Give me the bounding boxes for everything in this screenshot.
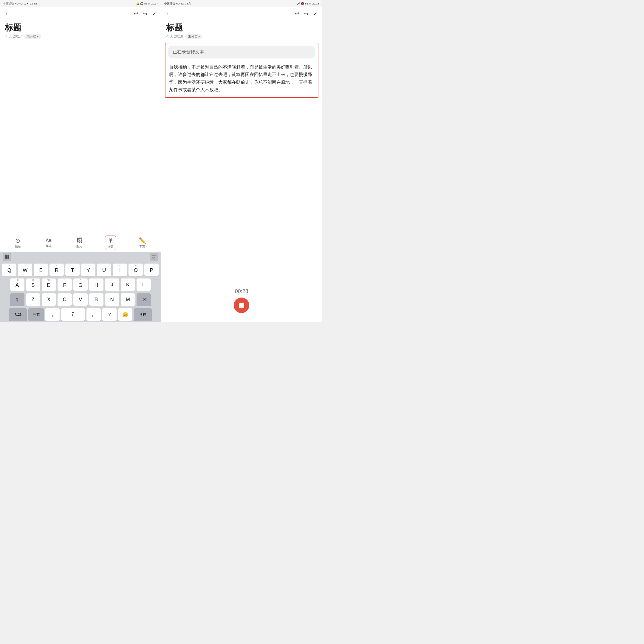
undo-button-left[interactable]: ↩ — [134, 10, 138, 17]
key-num-switch[interactable]: ?123 — [9, 308, 27, 321]
left-note-date: 今天 20:17 — [5, 34, 22, 39]
image-label: 图片 — [76, 244, 82, 249]
key-I[interactable]: 8I — [113, 264, 127, 276]
chevron-down-icon: ▾ — [37, 35, 39, 38]
key-K[interactable]: K — [121, 278, 135, 291]
right-note-header: 标题 今天 20:18 未分类 ▾ — [161, 20, 322, 40]
right-category-badge[interactable]: 未分类 ▾ — [185, 34, 202, 39]
key-G[interactable]: ()G — [73, 278, 88, 291]
key-period[interactable]: 。 — [86, 308, 101, 321]
svg-rect-4 — [152, 256, 156, 256]
image-tool[interactable]: 🖼 图片 — [74, 236, 85, 250]
left-toolbar: ← ↩ ↪ ✓ — [0, 7, 161, 20]
svg-rect-1 — [7, 255, 9, 257]
key-E[interactable]: 3E — [34, 264, 48, 276]
key-V[interactable]: V — [73, 293, 88, 306]
key-F[interactable]: *(F — [58, 278, 72, 291]
right-note-date: 今天 20:18 — [166, 34, 183, 39]
left-category-badge[interactable]: 未分类 ▾ — [24, 34, 41, 39]
left-note-content[interactable] — [0, 40, 161, 234]
key-Z[interactable]: Z — [26, 293, 40, 306]
keyboard-toolbar-left — [3, 253, 11, 261]
back-button-right[interactable]: ← — [166, 11, 171, 17]
right-toolbar-center: ↩ ↪ ✓ — [295, 10, 317, 17]
recording-stop-button[interactable] — [234, 298, 249, 313]
confirm-button-right[interactable]: ✓ — [313, 11, 317, 17]
key-L[interactable]: L — [137, 278, 151, 291]
checklist-label: 清单 — [15, 245, 21, 249]
style-tool[interactable]: A≡ 样式 — [43, 237, 54, 249]
checklist-tool[interactable]: ⊙ 清单 — [13, 236, 23, 250]
key-R[interactable]: 4R — [49, 264, 64, 276]
right-note-meta: 今天 20:18 未分类 ▾ — [166, 34, 318, 39]
key-comma[interactable]: ， — [45, 308, 60, 321]
right-carrier: 中国移动 HD 4G 0 K/s — [164, 2, 191, 6]
key-emoji[interactable]: 😊 — [118, 308, 132, 321]
recording-status-bubble: 正在录音转文本... — [168, 46, 316, 58]
back-button-left[interactable]: ← — [5, 11, 10, 17]
left-carrier: 中国移动 HD 4G ▲▼ 92 B/s — [3, 2, 38, 6]
left-status-bar: 中国移动 HD 4G ▲▼ 92 B/s 🔔 🎧 55 % 20:17 — [0, 0, 161, 7]
left-note-meta: 今天 20:17 未分类 ▾ — [5, 34, 156, 39]
key-O[interactable]: 9O — [129, 264, 143, 276]
left-toolbar-left: ← — [5, 11, 10, 17]
key-B[interactable]: B — [89, 293, 103, 306]
key-N[interactable]: N — [105, 293, 119, 306]
right-note-title[interactable]: 标题 — [166, 23, 318, 33]
key-lang-switch[interactable]: 中/英 — [28, 308, 44, 321]
key-Q[interactable]: 1Q — [2, 264, 16, 276]
handwrite-tool[interactable]: ✏️ 手写 — [136, 236, 148, 250]
redo-button-right[interactable]: ↪ — [304, 10, 309, 17]
image-icon: 🖼 — [76, 237, 82, 244]
style-label: 样式 — [46, 244, 52, 248]
left-panel: 中国移动 HD 4G ▲▼ 92 B/s 🔔 🎧 55 % 20:17 ← ↩ … — [0, 0, 161, 322]
keyboard-row-toolbar — [0, 252, 161, 262]
key-backspace[interactable]: ⌫ — [137, 293, 151, 306]
key-question[interactable]: ？ — [102, 308, 117, 321]
right-status-bar: 中国移动 HD 4G 0 K/s 🎤 🔇 55 % 20:18 — [161, 0, 322, 7]
svg-rect-2 — [5, 257, 7, 259]
key-mic-bottom[interactable]: 🎙 — [61, 308, 85, 321]
keyboard-row-2: ~@A #$S %&D *(F ()G H J K L — [0, 277, 161, 292]
key-S[interactable]: #$S — [26, 278, 40, 291]
keyboard-row-3: ⇧ Z X C V B N M ⌫ — [0, 292, 161, 307]
undo-button-right[interactable]: ↩ — [295, 10, 299, 17]
keyboard-grid-icon[interactable] — [3, 253, 11, 261]
right-panel: 中国移动 HD 4G 0 K/s 🎤 🔇 55 % 20:18 ← ↩ ↪ ✓ — [161, 0, 322, 322]
key-X[interactable]: X — [42, 293, 56, 306]
keyboard-collapse-icon[interactable] — [150, 253, 158, 261]
key-C[interactable]: C — [58, 293, 72, 306]
keyboard: 1Q 2W 3E 4R 5T 6Y 7U 8I 9O 0P ~@A #$S %&… — [0, 262, 161, 322]
recording-controls: 00:28 — [161, 100, 322, 322]
transcript-text: 自我接纳，不是被对自己的不满驱赶着，而是被生活的美好吸引着。所以啊，许多过去的都… — [168, 62, 316, 95]
style-icon: A≡ — [46, 238, 52, 243]
svg-rect-3 — [7, 257, 9, 259]
key-T[interactable]: 5T — [65, 264, 80, 276]
right-time: 🎤 🔇 55 % 20:18 — [297, 2, 319, 5]
key-enter[interactable]: 换行 — [134, 308, 152, 321]
confirm-button-left[interactable]: ✓ — [152, 11, 156, 17]
key-W[interactable]: 2W — [18, 264, 32, 276]
key-D[interactable]: %&D — [42, 278, 56, 291]
key-P[interactable]: 0P — [144, 264, 159, 276]
key-H[interactable]: H — [89, 278, 103, 291]
key-Y[interactable]: 6Y — [81, 264, 95, 276]
stop-icon — [239, 303, 244, 308]
key-M[interactable]: M — [121, 293, 135, 306]
key-shift[interactable]: ⇧ — [10, 293, 24, 306]
redo-button-left[interactable]: ↪ — [143, 10, 148, 17]
recording-status-text: 正在录音转文本... — [173, 49, 208, 54]
left-note-title[interactable]: 标题 — [5, 23, 156, 33]
checklist-icon: ⊙ — [15, 237, 20, 244]
left-time: 🔔 🎧 55 % 20:17 — [136, 2, 158, 5]
keyboard-row-4: ?123 中/英 ， 🎙 。 ？ 😊 换行 — [0, 307, 161, 322]
key-U[interactable]: 7U — [97, 264, 111, 276]
left-note-header: 标题 今天 20:17 未分类 ▾ — [0, 20, 161, 40]
voice-tool[interactable]: 🎙 语音 — [105, 236, 116, 250]
key-A[interactable]: ~@A — [10, 278, 24, 291]
left-bottom-toolbar: ⊙ 清单 A≡ 样式 🖼 图片 🎙 语音 ✏️ 手写 — [0, 234, 161, 252]
key-J[interactable]: J — [105, 278, 119, 291]
handwrite-icon: ✏️ — [139, 237, 146, 244]
svg-rect-0 — [5, 255, 7, 257]
handwrite-label: 手写 — [139, 245, 145, 249]
